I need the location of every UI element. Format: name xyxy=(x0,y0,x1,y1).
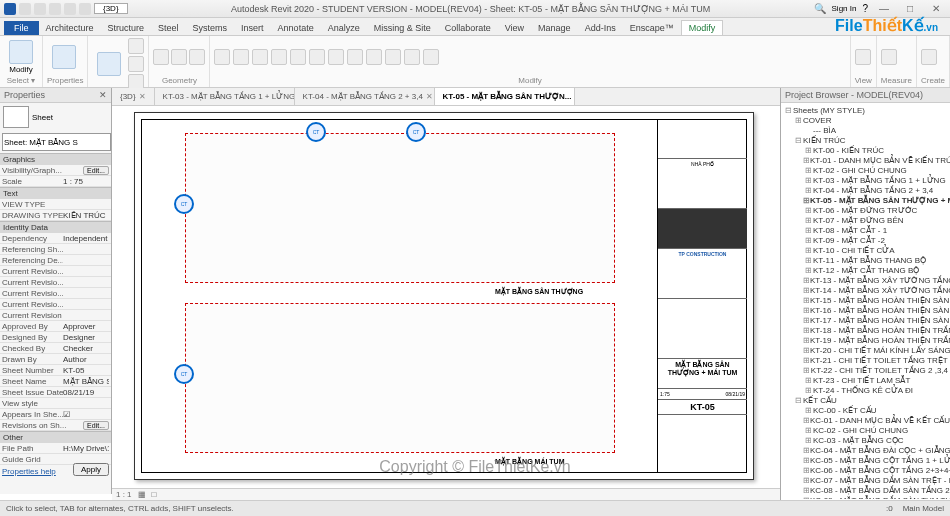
close-tab-icon[interactable]: ✕ xyxy=(426,92,433,101)
prop-row[interactable]: Referencing De... xyxy=(0,255,111,266)
tree-node[interactable]: ⊞KC-01 - DANH MỤC BẢN VẼ KẾT CẤU xyxy=(783,415,948,425)
tree-node[interactable]: ⊞KC-02 - GHI CHÚ CHUNG xyxy=(783,425,948,435)
scale-display[interactable]: 1 : 1 xyxy=(116,490,132,499)
expand-icon[interactable]: ⊞ xyxy=(803,426,813,435)
prop-row[interactable]: Approved ByApprover xyxy=(0,321,111,332)
file-tab[interactable]: File xyxy=(4,21,39,35)
expand-icon[interactable]: ⊞ xyxy=(803,316,810,325)
close-panel-icon[interactable]: ✕ xyxy=(99,90,107,100)
tab-view[interactable]: View xyxy=(498,21,531,35)
view-cube[interactable] xyxy=(736,110,776,150)
tree-node[interactable]: ⊞KT-01 - DANH MỤC BẢN VẼ KIẾN TRÚC xyxy=(783,155,948,165)
split-icon[interactable] xyxy=(347,49,363,65)
tab-modify[interactable]: Modify xyxy=(681,20,724,35)
tree-node[interactable]: ⊞COVER xyxy=(783,115,948,125)
tree-node[interactable]: ⊞KT-20 - CHI TIẾT MÁI KÍNH LẤY SÁNG xyxy=(783,345,948,355)
tree-node[interactable]: ⊞KT-19 - MẶT BẰNG HOÀN THIỆN TRẦN TẦNG 2 xyxy=(783,335,948,345)
tree-node[interactable]: ⊞KT-05 - MẶT BẰNG SÂN THƯỢNG + MÁI TU xyxy=(783,195,948,205)
offset-icon[interactable] xyxy=(233,49,249,65)
cut-icon[interactable] xyxy=(128,38,144,54)
expand-icon[interactable]: ⊞ xyxy=(803,446,810,455)
tree-node[interactable]: ⊞KT-15 - MẶT BẰNG HOÀN THIỆN SÀN TRỆT + … xyxy=(783,295,948,305)
tree-node[interactable]: ⊞KT-17 - MẶT BẰNG HOÀN THIỆN SÀN TUM xyxy=(783,315,948,325)
expand-icon[interactable]: ⊞ xyxy=(803,376,813,385)
tree-node[interactable]: ⊞KC-08 - MẶT BẰNG DẦM SÀN TẦNG 2,3,4 ,SÂ… xyxy=(783,485,948,495)
prop-row[interactable]: DRAWING TYPEKIẾN TRÚC xyxy=(0,210,111,221)
prop-row[interactable]: Sheet Issue Date08/21/19 xyxy=(0,387,111,398)
tree-node[interactable]: ⊞KT-08 - MẶT CẮT - 1 xyxy=(783,225,948,235)
tab-architecture[interactable]: Architecture xyxy=(39,21,101,35)
expand-icon[interactable]: ⊞ xyxy=(803,356,810,365)
prop-row[interactable]: Visibility/Graph...Edit... xyxy=(0,165,111,176)
expand-icon[interactable]: ⊟ xyxy=(783,106,793,115)
search-icon[interactable]: 🔍 xyxy=(814,3,826,14)
expand-icon[interactable]: ⊞ xyxy=(803,416,810,425)
prop-row[interactable]: Checked ByChecker xyxy=(0,343,111,354)
copy-tool-icon[interactable] xyxy=(290,49,306,65)
expand-icon[interactable]: ⊞ xyxy=(803,366,811,375)
paste-button[interactable] xyxy=(92,52,126,76)
expand-icon[interactable]: ⊞ xyxy=(803,466,810,475)
align-icon[interactable] xyxy=(214,49,230,65)
tree-node[interactable]: ⊞KT-07 - MẶT ĐỨNG BÊN xyxy=(783,215,948,225)
cut-geom-icon[interactable] xyxy=(171,49,187,65)
visual-style-icon[interactable]: □ xyxy=(152,490,157,499)
tab-insert[interactable]: Insert xyxy=(234,21,271,35)
apply-button[interactable]: Apply xyxy=(73,463,109,476)
mirror-icon[interactable] xyxy=(252,49,268,65)
tree-node[interactable]: ⊞KT-02 - GHI CHÚ CHUNG xyxy=(783,165,948,175)
tab-systems[interactable]: Systems xyxy=(186,21,235,35)
expand-icon[interactable]: ⊞ xyxy=(803,236,813,245)
prop-row[interactable]: Sheet NameMẶT BẰNG SÂN... xyxy=(0,376,111,387)
view-tab[interactable]: KT-04 - MẶT BẰNG TẦNG 2 + 3,4✕ xyxy=(295,88,435,105)
section-mark[interactable]: CT xyxy=(306,122,326,142)
expand-icon[interactable]: ⊞ xyxy=(803,306,810,315)
cope-icon[interactable] xyxy=(153,49,169,65)
join-icon[interactable] xyxy=(189,49,205,65)
expand-icon[interactable]: ⊞ xyxy=(803,286,810,295)
tree-node[interactable]: ⊟KIẾN TRÚC xyxy=(783,135,948,145)
prop-row[interactable]: VIEW TYPE xyxy=(0,199,111,210)
modify-tool-button[interactable]: Modify xyxy=(4,40,38,74)
tab-steel[interactable]: Steel xyxy=(151,21,186,35)
rotate-icon[interactable] xyxy=(309,49,325,65)
prop-row[interactable]: File PathH:\My Drive\1.... xyxy=(0,443,111,454)
array-icon[interactable] xyxy=(366,49,382,65)
prop-row[interactable]: Current Revisio... xyxy=(0,277,111,288)
print-icon[interactable] xyxy=(79,3,91,15)
view-tab[interactable]: KT-03 - MẶT BẰNG TẦNG 1 + LỬNG✕ xyxy=(155,88,295,105)
redo-icon[interactable] xyxy=(64,3,76,15)
tree-node[interactable]: ⊞KC-09 - MẶT BẰNG DẦM SÀN TUM THANG xyxy=(783,495,948,499)
expand-icon[interactable]: ⊞ xyxy=(803,156,810,165)
expand-icon[interactable]: ⊞ xyxy=(803,496,810,500)
tab-addins[interactable]: Add-Ins xyxy=(578,21,623,35)
view-tab[interactable]: {3D}✕ xyxy=(112,88,155,105)
prop-row[interactable]: Referencing Sh... xyxy=(0,244,111,255)
pin-icon[interactable] xyxy=(404,49,420,65)
tree-node[interactable]: --- BÌA xyxy=(783,125,948,135)
expand-icon[interactable]: ⊞ xyxy=(803,246,813,255)
properties-button[interactable] xyxy=(47,45,81,69)
tab-manage[interactable]: Manage xyxy=(531,21,578,35)
tree-node[interactable]: ⊞KT-14 - MẶT BẰNG XÂY TƯỜNG TẦNG 2,3,4+S xyxy=(783,285,948,295)
tree-node[interactable]: ⊟Sheets (MY STYLE) xyxy=(783,105,948,115)
copy-icon[interactable] xyxy=(128,56,144,72)
scale-icon[interactable] xyxy=(385,49,401,65)
prop-row[interactable]: Appears In She...☑ xyxy=(0,409,111,420)
prop-row[interactable]: Current Revisio... xyxy=(0,266,111,277)
prop-row[interactable]: DependencyIndependent xyxy=(0,233,111,244)
section-mark[interactable]: CT xyxy=(174,194,194,214)
expand-icon[interactable]: ⊞ xyxy=(803,186,813,195)
expand-icon[interactable]: ⊞ xyxy=(803,456,810,465)
view-icon[interactable] xyxy=(855,49,871,65)
expand-icon[interactable]: ⊞ xyxy=(803,256,813,265)
tab-missing-site[interactable]: Missing & Site xyxy=(367,21,438,35)
tree-node[interactable]: ⊞KT-09 - MẶT CẮT -2 xyxy=(783,235,948,245)
expand-icon[interactable]: ⊞ xyxy=(803,386,813,395)
expand-icon[interactable]: ⊞ xyxy=(803,166,813,175)
expand-icon[interactable]: ⊞ xyxy=(803,486,810,495)
prop-row[interactable]: Sheet NumberKT-05 xyxy=(0,365,111,376)
help-icon[interactable]: ? xyxy=(862,3,868,14)
prop-row[interactable]: Scale1 : 75 xyxy=(0,176,111,187)
tree-node[interactable]: ⊞KT-03 - MẶT BẰNG TẦNG 1 + LỬNG xyxy=(783,175,948,185)
